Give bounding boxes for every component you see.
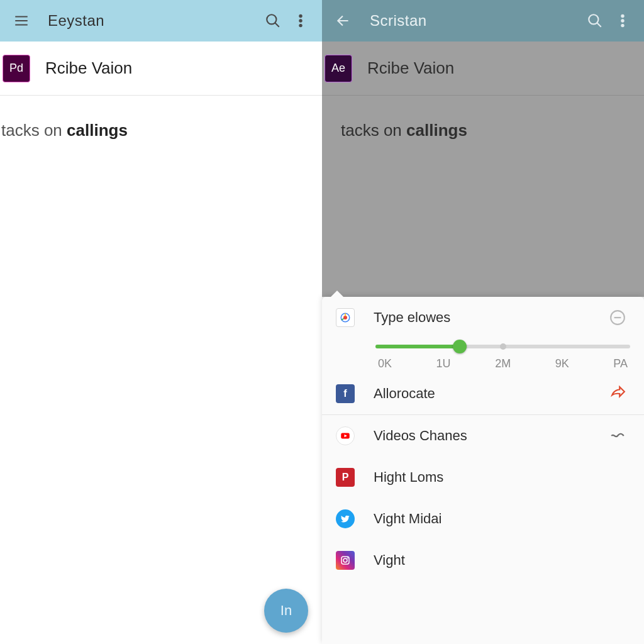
svg-point-6 — [621, 19, 624, 22]
svg-point-7 — [621, 24, 624, 26]
tick: 2M — [495, 357, 511, 370]
sheet-row-videos[interactable]: Videos Chanes — [322, 415, 644, 457]
sheet-row-vightm[interactable]: Vight Midai — [322, 498, 644, 540]
body-text: tacks on callings — [322, 96, 644, 140]
type-label: Type elowes — [355, 309, 605, 326]
body-plain: tacks on — [341, 121, 406, 140]
minus-circle-icon[interactable] — [605, 309, 630, 326]
tick: PA — [613, 357, 628, 370]
tick: 1U — [436, 357, 451, 370]
sheet-row-type[interactable]: Type elowes — [322, 297, 644, 338]
svg-point-2 — [299, 19, 302, 22]
body-bold: callings — [406, 121, 467, 140]
chrome-icon — [336, 308, 355, 327]
sheet-row-hight[interactable]: P Hight Loms — [322, 457, 644, 498]
header-row: Ae Rcibe Vaion — [322, 42, 644, 96]
slider-thumb[interactable] — [453, 340, 467, 353]
svg-point-1 — [299, 14, 302, 17]
fab-button[interactable]: In — [264, 589, 308, 633]
body-plain: tacks on — [1, 121, 67, 140]
tick: 0K — [378, 357, 392, 370]
app-icon-ae: Ae — [325, 55, 352, 82]
search-icon[interactable] — [259, 7, 287, 35]
appbar: Scristan — [322, 0, 644, 42]
slider-ticks: 0K 1U 2M 9K PA — [375, 357, 630, 370]
hamburger-icon[interactable] — [8, 7, 35, 35]
svg-point-3 — [299, 24, 302, 26]
app-icon-pd: Pd — [3, 55, 30, 82]
tick: 9K — [555, 357, 569, 370]
wave-icon — [605, 428, 630, 444]
slider[interactable]: 0K 1U 2M 9K PA — [322, 338, 644, 373]
app-name: Rcibe Vaion — [367, 58, 454, 78]
back-arrow-icon[interactable] — [330, 7, 357, 35]
search-icon[interactable] — [581, 7, 609, 35]
app-title: Scristan — [357, 12, 581, 30]
pinterest-icon: P — [336, 468, 355, 487]
slider-track[interactable] — [375, 345, 630, 348]
body-bold: callings — [67, 121, 128, 140]
pane-left: Eeystan Pd Rcibe Vaion tacks on callings… — [0, 0, 322, 644]
svg-point-0 — [267, 14, 276, 24]
instagram-icon — [336, 551, 355, 570]
body-text: tacks on callings — [0, 96, 322, 140]
dim-backdrop: Scristan Ae Rcibe Vaion tacks on calling… — [322, 0, 644, 297]
svg-point-14 — [347, 557, 348, 558]
slider-fill — [375, 345, 460, 348]
svg-point-5 — [621, 14, 624, 17]
twitter-icon — [336, 509, 355, 528]
more-vert-icon[interactable] — [609, 7, 636, 35]
facebook-icon: f — [336, 384, 355, 403]
sheet-row-allocate[interactable]: f Allorocate — [322, 373, 644, 414]
row-label: Videos Chanes — [355, 428, 605, 444]
svg-point-4 — [589, 14, 598, 24]
app-title: Eeystan — [35, 12, 259, 30]
slider-secondary-dot — [500, 343, 506, 350]
bottom-sheet: Type elowes 0K 1U 2M 9K PA f Allorocate — [322, 297, 644, 644]
sheet-row-vight[interactable]: Vight — [322, 540, 644, 581]
row-label: Vight Midai — [355, 511, 630, 527]
app-name: Rcibe Vaion — [45, 58, 132, 78]
pane-right: Scristan Ae Rcibe Vaion tacks on calling… — [322, 0, 644, 644]
youtube-icon — [336, 426, 355, 445]
more-vert-icon[interactable] — [287, 7, 314, 35]
row-label: Allorocate — [355, 386, 605, 402]
fab-label: In — [280, 602, 292, 619]
row-label: Vight — [355, 552, 630, 569]
sheet-notch — [331, 291, 343, 297]
share-arrow-icon[interactable] — [605, 386, 630, 402]
appbar: Eeystan — [0, 0, 322, 42]
header-row: Pd Rcibe Vaion — [0, 42, 322, 96]
row-label: Hight Loms — [355, 469, 630, 486]
svg-point-13 — [343, 558, 347, 562]
